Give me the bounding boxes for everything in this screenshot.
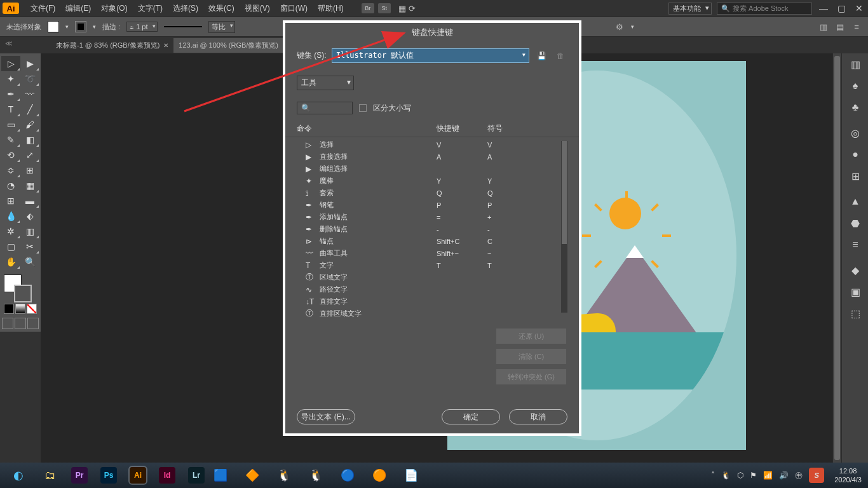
menu-window[interactable]: 窗口(W) bbox=[275, 3, 313, 14]
shortcut-row[interactable]: ✒钢笔PP bbox=[297, 199, 567, 211]
fill-swatch[interactable] bbox=[48, 21, 59, 32]
selection-tool[interactable]: ▷ bbox=[1, 56, 20, 71]
magic-wand-tool[interactable]: ✦ bbox=[1, 71, 20, 86]
cancel-button[interactable]: 取消 bbox=[509, 409, 567, 424]
shortcut-row[interactable]: ↓T直排文字 bbox=[297, 295, 567, 308]
chrome-icon[interactable]: 🔵 bbox=[332, 464, 363, 487]
gpu-icon[interactable]: ⟳ bbox=[407, 3, 417, 13]
eraser-tool[interactable]: ◧ bbox=[20, 132, 39, 147]
taskbar-app-ps[interactable]: Ps bbox=[100, 467, 117, 484]
shortcut-search[interactable]: 🔍 bbox=[297, 102, 353, 114]
workspace-dropdown[interactable]: 基本功能 bbox=[668, 3, 712, 15]
fill-none-mode[interactable] bbox=[27, 304, 37, 314]
stroke-weight[interactable]: ≑ 1 pt bbox=[126, 22, 157, 32]
gradient-tool[interactable]: ▬ bbox=[20, 193, 39, 208]
menu-select[interactable]: 选择(S) bbox=[168, 3, 203, 14]
layers-panel-icon[interactable]: ◆ bbox=[842, 259, 868, 281]
slice-tool[interactable]: ✂ bbox=[20, 239, 39, 254]
zoom-tool[interactable]: 🔍 bbox=[20, 254, 39, 269]
rectangle-tool[interactable]: ▭ bbox=[1, 117, 20, 132]
shortcut-type-dropdown[interactable]: 工具 bbox=[297, 76, 354, 90]
app-icon-3[interactable]: 🐧 bbox=[268, 464, 300, 487]
width-tool[interactable]: ≎ bbox=[1, 163, 20, 178]
shortcut-row[interactable]: ⟟套索QQ bbox=[297, 187, 567, 199]
tray-flag[interactable]: ⚑ bbox=[750, 471, 757, 480]
lasso-tool[interactable]: ➰ bbox=[20, 71, 39, 86]
menu-object[interactable]: 对象(O) bbox=[96, 3, 132, 14]
delete-set-button[interactable]: 🗑 bbox=[553, 49, 567, 63]
tray-volume[interactable]: 🔊 bbox=[779, 471, 789, 480]
brush-preview[interactable] bbox=[164, 26, 202, 27]
tray-network[interactable]: 📶 bbox=[763, 471, 773, 480]
shortcut-row[interactable]: Ⓣ区域文字 bbox=[297, 271, 567, 283]
fill-color-mode[interactable] bbox=[4, 304, 14, 314]
scale-tool[interactable]: ⤢ bbox=[20, 147, 39, 163]
app-icon-4[interactable]: 🟠 bbox=[363, 464, 395, 487]
fill-gradient-mode[interactable] bbox=[15, 304, 25, 314]
shortcut-row[interactable]: ▷选择VV bbox=[297, 139, 567, 151]
shortcut-row[interactable]: T文字TT bbox=[297, 259, 567, 271]
hand-tool[interactable]: ✋ bbox=[1, 254, 20, 269]
transform-icon[interactable]: ▤ bbox=[835, 22, 845, 32]
eyedropper-tool[interactable]: 💧 bbox=[1, 208, 20, 224]
shortcut-row[interactable]: ▶编组选择 bbox=[297, 163, 567, 175]
direct-selection-tool[interactable]: ▶ bbox=[20, 56, 39, 71]
tab-123[interactable]: 123.ai @ 100% (RGB/像素预览) ✕ bbox=[173, 38, 292, 53]
type-tool[interactable]: T bbox=[1, 102, 20, 117]
taskbar-app-id[interactable]: Id bbox=[159, 467, 175, 484]
maximize-button[interactable]: ▢ bbox=[835, 3, 848, 13]
taskbar-clock[interactable]: 12:08 2020/4/3 bbox=[834, 466, 862, 484]
shortcut-row[interactable]: 〰曲率工具Shift+~~ bbox=[297, 247, 567, 259]
artboard-tool[interactable]: ▢ bbox=[1, 239, 20, 254]
undo-button[interactable]: 还原 (U) bbox=[496, 329, 566, 344]
line-tool[interactable]: ╱ bbox=[20, 102, 39, 117]
bridge-icon[interactable]: Br bbox=[362, 3, 374, 13]
asset-panel-icon[interactable]: ⬚ bbox=[842, 302, 868, 324]
background-swatch[interactable] bbox=[14, 285, 32, 302]
export-text-button[interactable]: 导出文本 (E)... bbox=[297, 409, 355, 424]
shortcut-row[interactable]: ✒添加锚点=+ bbox=[297, 211, 567, 223]
keyset-dropdown[interactable]: Illustrator 默认值 bbox=[332, 48, 529, 63]
draw-modes[interactable] bbox=[1, 318, 39, 329]
taskbar-app-lr[interactable]: Lr bbox=[188, 467, 205, 484]
menu-effect[interactable]: 效果(C) bbox=[203, 3, 240, 14]
shortcut-row[interactable]: Ⓣ直排区域文字 bbox=[297, 308, 567, 320]
vertical-scrollbar[interactable] bbox=[832, 53, 841, 463]
curvature-tool[interactable]: 〰 bbox=[20, 86, 39, 102]
menu-edit[interactable]: 编辑(E) bbox=[60, 3, 96, 14]
shape-builder-tool[interactable]: ◔ bbox=[1, 178, 20, 193]
symbols-panel-icon[interactable]: ⬣ bbox=[842, 212, 868, 234]
sogou-ime-icon[interactable]: S bbox=[809, 468, 824, 483]
color-panel-icon[interactable]: ● bbox=[842, 144, 868, 165]
stock-search[interactable]: 🔍搜索 Adobe Stock bbox=[717, 3, 812, 15]
shortcut-row[interactable]: ▶直接选择AA bbox=[297, 151, 567, 163]
rotate-tool[interactable]: ⟲ bbox=[1, 147, 20, 163]
clear-button[interactable]: 清除 (C) bbox=[496, 349, 566, 364]
menu-type[interactable]: 文字(T) bbox=[133, 3, 168, 14]
swatches-panel-icon[interactable]: ⊞ bbox=[842, 165, 868, 187]
tray-chevron[interactable]: ˄ bbox=[711, 471, 715, 480]
stock-icon[interactable]: St bbox=[378, 3, 391, 13]
shortcut-row[interactable]: ⊳锚点Shift+CC bbox=[297, 235, 567, 247]
menu-view[interactable]: 视图(V) bbox=[240, 3, 275, 14]
shaper-tool[interactable]: ✎ bbox=[1, 132, 20, 147]
goto-conflict-button[interactable]: 转到冲突处 (G) bbox=[496, 369, 566, 384]
dialog-scrollbar[interactable] bbox=[561, 141, 567, 313]
tray-qq[interactable]: 🐧 bbox=[721, 471, 731, 480]
tab-untitled[interactable]: 未标题-1 @ 83% (RGB/像素预览) ✕ bbox=[51, 38, 173, 53]
more-icon[interactable]: ≡ bbox=[851, 22, 862, 32]
case-checkbox[interactable] bbox=[359, 104, 367, 112]
app-icon-1[interactable]: 🟦 bbox=[205, 464, 236, 487]
shortcut-row[interactable]: ✦魔棒YY bbox=[297, 175, 567, 187]
cc-panel-icon[interactable]: ◎ bbox=[842, 122, 868, 144]
explorer-icon[interactable]: 🗂 bbox=[34, 464, 66, 487]
menu-file[interactable]: 文件(F) bbox=[25, 3, 60, 14]
collapse-icon[interactable]: ≪ bbox=[5, 39, 13, 48]
pen-tool[interactable]: ✒ bbox=[1, 86, 20, 102]
shortcut-list[interactable]: ▷选择VV▶直接选择AA▶编组选择✦魔棒YY⟟套索QQ✒钢笔PP✒添加锚点=+✒… bbox=[285, 137, 579, 321]
ok-button[interactable]: 确定 bbox=[442, 409, 500, 424]
cloud-panel-icon[interactable]: ♣ bbox=[842, 97, 868, 118]
blend-tool[interactable]: ⬖ bbox=[20, 208, 39, 224]
brushes-panel-icon[interactable]: ▲ bbox=[842, 191, 868, 212]
shortcut-row[interactable]: ✒删除锚点-- bbox=[297, 223, 567, 235]
